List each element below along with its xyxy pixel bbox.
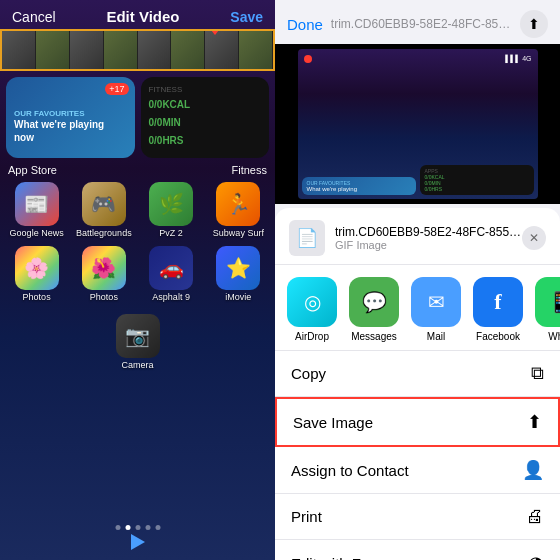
app-camera[interactable]: 📷 Camera: [116, 314, 160, 370]
app-asphalt[interactable]: 🚗 Asphalt 9: [143, 246, 200, 302]
app-googlenews-icon: 📰: [15, 182, 59, 226]
app-photos-alt-label: Photos: [90, 292, 118, 302]
frame-7: [205, 31, 239, 69]
app-photos-alt-icon: 🌺: [82, 246, 126, 290]
preview-inner: ▌▌▌4G OUR FAVOURITES What we're playing …: [298, 49, 538, 199]
facebook-label: Facebook: [476, 331, 520, 342]
share-app-mail[interactable]: ✉ Mail: [407, 277, 465, 342]
record-indicator: [304, 55, 312, 63]
mini-widget-blue: OUR FAVOURITES What we're playing: [302, 177, 416, 195]
app-photos-label: Photos: [23, 292, 51, 302]
edit-focos-icon: ◑: [528, 552, 544, 560]
assign-contact-label: Assign to Contact: [291, 462, 409, 479]
app-grid-row1: 📰 Google News 🎮 Battlegrounds 🌿 PvZ 2 🏃 …: [0, 178, 275, 242]
app-imovie-label: iMovie: [225, 292, 251, 302]
app-photos-alt[interactable]: 🌺 Photos: [75, 246, 132, 302]
timeline-strip[interactable]: [0, 29, 275, 71]
kcal-row: 0/0KCAL: [149, 96, 262, 114]
hrs-row: 0/0HRS: [149, 132, 262, 150]
app-grid-row2: 🌸 Photos 🌺 Photos 🚗 Asphalt 9 ⭐ iMovie: [0, 242, 275, 306]
whatsapp-icon: 📱: [535, 277, 560, 327]
app-pvz-icon: 🌿: [149, 182, 193, 226]
mail-label: Mail: [427, 331, 445, 342]
app-pvz[interactable]: 🌿 PvZ 2: [143, 182, 200, 238]
frame-3: [70, 31, 104, 69]
print-icon: 🖨: [526, 506, 544, 527]
frame-1: [2, 31, 36, 69]
frame-8: [239, 31, 273, 69]
play-button[interactable]: [131, 534, 145, 550]
app-battlegrounds[interactable]: 🎮 Battlegrounds: [75, 182, 132, 238]
page-dot-3: [135, 525, 140, 530]
filename-text: trim.CD60EBB9-58E2-48FC-855...: [331, 17, 512, 31]
mini-widget-fitness: APPS 0/0KCAL 0/0MIN 0/0HRS: [420, 165, 534, 195]
timeline-arrow-indicator: [207, 29, 223, 35]
edit-focos-label: Edit with Focos: [291, 555, 393, 561]
min-row: 0/0MIN: [149, 114, 262, 132]
airdrop-label: AirDrop: [295, 331, 329, 342]
widget-row: +17 OUR FAVOURITES What we're playing no…: [0, 73, 275, 162]
share-app-facebook[interactable]: f Facebook: [469, 277, 527, 342]
top-bar: Cancel Edit Video Save: [0, 0, 275, 29]
share-button[interactable]: ⬆: [520, 10, 548, 38]
app-pvz-label: PvZ 2: [159, 228, 183, 238]
messages-label: Messages: [351, 331, 397, 342]
app-googlenews[interactable]: 📰 Google News: [8, 182, 65, 238]
app-asphalt-icon: 🚗: [149, 246, 193, 290]
share-app-whatsapp[interactable]: 📱 Wh...: [531, 277, 560, 342]
app-camera-icon: 📷: [116, 314, 160, 358]
share-icon: ⬆: [528, 16, 540, 32]
done-button[interactable]: Done: [287, 16, 323, 33]
frame-4: [104, 31, 138, 69]
fitness-section-label: Fitness: [232, 164, 267, 176]
action-save-image[interactable]: Save Image ⬆: [275, 397, 560, 447]
share-file-type: GIF Image: [335, 239, 522, 251]
widget-badge: +17: [105, 83, 128, 95]
share-file-name: trim.CD60EBB9-58E2-48FC-8552-7...: [335, 225, 522, 239]
share-app-airdrop[interactable]: ◎ AirDrop: [283, 277, 341, 342]
share-app-messages[interactable]: 💬 Messages: [345, 277, 403, 342]
share-file-icon: 📄: [289, 220, 325, 256]
share-actions: Copy ⧉ Save Image ⬆ Assign to Contact 👤 …: [275, 351, 560, 560]
widget-text: What we're playing now: [14, 118, 127, 144]
app-camera-label: Camera: [121, 360, 153, 370]
app-subway-icon: 🏃: [216, 182, 260, 226]
section-labels: App Store Fitness: [0, 162, 275, 178]
copy-icon: ⧉: [531, 363, 544, 384]
edit-video-title: Edit Video: [106, 8, 179, 25]
copy-label: Copy: [291, 365, 326, 382]
timeline-frames: [2, 31, 273, 69]
preview-content: OUR FAVOURITES What we're playing APPS 0…: [298, 161, 538, 199]
action-assign-contact[interactable]: Assign to Contact 👤: [275, 447, 560, 494]
action-copy[interactable]: Copy ⧉: [275, 351, 560, 397]
page-dot-2: [125, 525, 130, 530]
app-subway[interactable]: 🏃 Subway Surf: [210, 182, 267, 238]
app-photos[interactable]: 🌸 Photos: [8, 246, 65, 302]
share-file-row: 📄 trim.CD60EBB9-58E2-48FC-8552-7... GIF …: [275, 208, 560, 265]
cancel-button[interactable]: Cancel: [12, 9, 56, 25]
app-googlenews-label: Google News: [10, 228, 64, 238]
widget-fitness: FITNESS 0/0KCAL 0/0MIN 0/0HRS: [141, 77, 270, 158]
left-panel: Cancel Edit Video Save +17 OUR FAVOURITE: [0, 0, 275, 560]
action-edit-focos[interactable]: Edit with Focos ◑: [275, 540, 560, 560]
frame-5: [138, 31, 172, 69]
share-sheet: 📄 trim.CD60EBB9-58E2-48FC-8552-7... GIF …: [275, 208, 560, 560]
fitness-label: FITNESS: [149, 85, 262, 94]
messages-icon: 💬: [349, 277, 399, 327]
save-image-icon: ⬆: [527, 411, 542, 433]
action-print[interactable]: Print 🖨: [275, 494, 560, 540]
app-battlegrounds-icon: 🎮: [82, 182, 126, 226]
app-store-label: App Store: [8, 164, 57, 176]
page-dot-1: [115, 525, 120, 530]
save-image-label: Save Image: [293, 414, 373, 431]
print-label: Print: [291, 508, 322, 525]
close-icon: ✕: [529, 231, 539, 245]
widget-label: OUR FAVOURITES: [14, 109, 127, 118]
app-subway-label: Subway Surf: [213, 228, 264, 238]
app-imovie[interactable]: ⭐ iMovie: [210, 246, 267, 302]
save-button[interactable]: Save: [230, 9, 263, 25]
airdrop-icon: ◎: [287, 277, 337, 327]
share-close-button[interactable]: ✕: [522, 226, 546, 250]
whatsapp-label: Wh...: [548, 331, 560, 342]
app-asphalt-label: Asphalt 9: [152, 292, 190, 302]
